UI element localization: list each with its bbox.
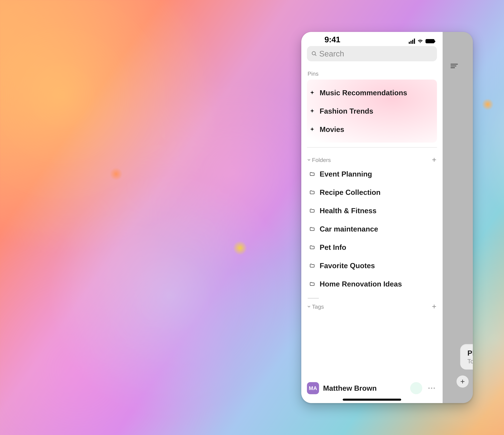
pins-section-label: Pins — [307, 70, 437, 77]
peek-card[interactable]: Plan To ex — [460, 344, 473, 370]
sparkle-icon — [309, 108, 315, 114]
search-input[interactable]: Search — [307, 46, 437, 61]
folder-label: Pet Info — [320, 243, 346, 252]
divider — [308, 298, 319, 299]
battery-icon — [425, 39, 434, 43]
folder-icon — [309, 208, 315, 213]
cellular-icon — [409, 39, 415, 44]
sidebar-drawer: 9:41 Search — [301, 32, 443, 403]
folder-item-recipe-collection[interactable]: Recipe Collection — [307, 183, 437, 201]
tags-section-toggle[interactable]: Tags — [307, 303, 324, 310]
svg-line-6 — [315, 54, 316, 56]
sparkle-icon — [309, 90, 315, 96]
folder-label: Health & Fitness — [320, 207, 377, 215]
search-icon — [311, 51, 317, 57]
chevron-down-icon — [307, 157, 311, 163]
more-menu-button[interactable] — [426, 385, 437, 391]
folder-icon — [309, 244, 315, 250]
folder-item-car-maintenance[interactable]: Car maintenance — [307, 220, 437, 238]
folder-label: Event Planning — [320, 170, 372, 178]
folders-section-toggle[interactable]: Folders — [307, 157, 331, 163]
status-bar: 9:41 — [301, 32, 443, 45]
pin-label: Movies — [320, 125, 344, 133]
tags-section-label: Tags — [312, 303, 324, 310]
search-placeholder: Search — [319, 49, 344, 58]
pin-item-fashion[interactable]: Fashion Trends — [307, 102, 437, 120]
pin-label: Music Recommendations — [320, 89, 407, 97]
pin-item-movies[interactable]: Movies — [307, 120, 437, 139]
folder-label: Favorite Quotes — [320, 261, 375, 270]
folder-label: Recipe Collection — [320, 188, 380, 196]
home-indicator[interactable] — [343, 399, 401, 401]
collapse-sidebar-button[interactable] — [450, 62, 459, 71]
folder-item-home-renovation[interactable]: Home Renovation Ideas — [307, 275, 437, 293]
folder-item-event-planning[interactable]: Event Planning — [307, 165, 437, 183]
folder-item-health-fitness[interactable]: Health & Fitness — [307, 201, 437, 220]
folder-label: Home Renovation Ideas — [320, 280, 402, 288]
peek-title: Plan — [468, 349, 473, 357]
folders-section-label: Folders — [312, 157, 331, 163]
add-tag-button[interactable] — [431, 304, 437, 310]
user-name: Matthew Brown — [323, 384, 406, 392]
folder-icon — [309, 171, 315, 177]
folder-icon — [309, 190, 315, 195]
wifi-icon — [417, 38, 423, 44]
phone-frame: Plan To ex 9:41 — [301, 32, 473, 403]
folder-icon — [309, 226, 315, 232]
add-folder-button[interactable] — [431, 157, 437, 163]
folder-item-pet-info[interactable]: Pet Info — [307, 238, 437, 256]
sparkle-icon — [309, 127, 315, 132]
divider — [307, 147, 437, 148]
folder-icon — [309, 281, 315, 287]
folder-label: Car maintenance — [320, 225, 378, 233]
status-time: 9:41 — [324, 35, 340, 44]
pin-item-music[interactable]: Music Recommendations — [307, 84, 437, 102]
peek-subtitle: To ex — [468, 358, 473, 365]
pins-list: Music Recommendations Fashion Trends Mov… — [307, 79, 437, 143]
chevron-down-icon — [307, 303, 311, 310]
new-note-fab[interactable] — [457, 375, 469, 388]
avatar[interactable]: MA — [307, 382, 319, 394]
pin-label: Fashion Trends — [320, 107, 373, 115]
folder-icon — [309, 263, 315, 268]
settings-hint[interactable] — [410, 382, 422, 394]
folder-item-favorite-quotes[interactable]: Favorite Quotes — [307, 256, 437, 275]
